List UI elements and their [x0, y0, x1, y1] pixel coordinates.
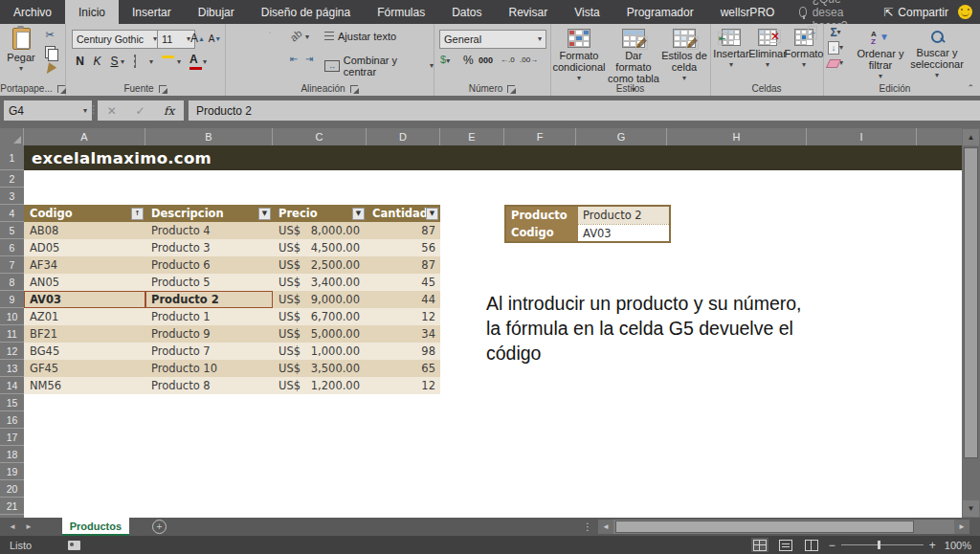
- font-color-button[interactable]: A: [189, 53, 202, 70]
- active-cell-g4[interactable]: Producto 2: [578, 207, 669, 224]
- fill-button[interactable]: ↓▾: [828, 41, 843, 55]
- increase-indent-button[interactable]: ⇥: [305, 54, 313, 64]
- grow-font-button[interactable]: A▲: [190, 31, 205, 46]
- merge-center-button[interactable]: ↔ Combinar y centrar ▾: [324, 55, 434, 78]
- column-header-d[interactable]: D: [367, 128, 440, 145]
- zoom-out-icon[interactable]: −: [829, 540, 835, 551]
- column-header-f[interactable]: F: [504, 128, 576, 145]
- format-cells-button[interactable]: ↔ Formato▾: [786, 29, 822, 69]
- zoom-handle[interactable]: [878, 541, 880, 549]
- bold-button[interactable]: N: [73, 54, 87, 69]
- lookup-label-codigo[interactable]: Codigo: [506, 224, 578, 241]
- horizontal-scrollbar[interactable]: [613, 520, 954, 534]
- confirm-entry-icon[interactable]: ✓: [135, 104, 145, 118]
- scroll-right-icon[interactable]: ►: [954, 520, 969, 534]
- tab-diseno-de-pagina[interactable]: Diseño de página: [248, 0, 364, 24]
- share-button[interactable]: ⇱ Compartir: [883, 6, 948, 19]
- fill-color-dropdown-icon[interactable]: ▾: [177, 58, 181, 66]
- clipboard-dialog-launcher[interactable]: [57, 85, 65, 93]
- tab-datos[interactable]: Datos: [438, 0, 495, 24]
- row-header-20[interactable]: 20: [0, 480, 24, 498]
- lookup-label-producto[interactable]: Producto: [506, 207, 578, 224]
- filter-dropdown-icon[interactable]: ▼: [258, 208, 271, 220]
- sort-filter-button[interactable]: A Z ▼ Ordenar y filtrar▾: [854, 29, 907, 80]
- accounting-format-button[interactable]: $▾: [440, 54, 450, 65]
- zoom-in-icon[interactable]: +: [929, 540, 936, 551]
- wrap-text-button[interactable]: Ajustar texto: [324, 31, 396, 42]
- row-header-3[interactable]: 3: [0, 188, 24, 205]
- column-header-b[interactable]: B: [145, 128, 273, 145]
- normal-view-button[interactable]: [751, 538, 768, 552]
- tab-formulas[interactable]: Fórmulas: [364, 0, 438, 24]
- name-box[interactable]: G4 ▾: [4, 100, 92, 121]
- row-header-17[interactable]: 17: [0, 429, 24, 446]
- borders-button[interactable]: [134, 55, 136, 67]
- zoom-slider[interactable]: − +: [829, 540, 936, 551]
- fill-color-button[interactable]: [162, 55, 174, 58]
- tab-wellsrpro[interactable]: wellsrPRO: [707, 0, 789, 24]
- font-dialog-launcher[interactable]: [159, 85, 167, 93]
- next-sheet-icon[interactable]: ►: [25, 522, 41, 531]
- column-header-partial[interactable]: [917, 128, 962, 145]
- header-codigo[interactable]: Codigo ↑: [24, 205, 145, 222]
- orientation-dropdown-icon[interactable]: ▾: [305, 33, 309, 41]
- tab-programador[interactable]: Programador: [613, 0, 707, 24]
- column-header-a[interactable]: A: [24, 128, 145, 145]
- shrink-font-button[interactable]: A▼: [208, 31, 222, 46]
- italic-button[interactable]: K: [90, 54, 104, 69]
- vertical-scrollbar[interactable]: ▲ ▼: [962, 128, 980, 518]
- percent-style-button[interactable]: %: [463, 54, 474, 67]
- tell-me-search[interactable]: ¿Qué desea hacer?: [788, 0, 883, 24]
- paste-dropdown-icon[interactable]: ▾: [19, 65, 23, 73]
- row-header-10[interactable]: 10: [0, 308, 24, 325]
- autosum-button[interactable]: Σ▾: [828, 26, 843, 39]
- row-header-1[interactable]: 1: [0, 145, 24, 170]
- table-row[interactable]: AD05Producto 3 US$4,500.00 56: [24, 239, 440, 256]
- sheet-tab-productos[interactable]: Productos: [62, 518, 129, 536]
- row-header-11[interactable]: 11: [0, 325, 24, 343]
- tab-insertar[interactable]: Insertar: [119, 0, 185, 24]
- table-row-highlighted[interactable]: AV03Producto 2 US$9,000.00 44: [24, 291, 440, 308]
- tab-dibujar[interactable]: Dibujar: [185, 0, 248, 24]
- cell-g5[interactable]: AV03: [578, 224, 669, 241]
- find-select-button[interactable]: Buscar y seleccionar▾: [909, 29, 965, 79]
- row-header-19[interactable]: 19: [0, 463, 24, 480]
- underline-button[interactable]: S: [107, 54, 122, 69]
- vertical-scroll-thumb[interactable]: [964, 147, 978, 458]
- row-header-21[interactable]: 21: [0, 498, 24, 515]
- insert-cells-button[interactable]: ⇤ Insertar▾: [713, 29, 749, 69]
- prev-sheet-icon[interactable]: ◄: [0, 522, 25, 531]
- font-size-select[interactable]: 11▾: [157, 30, 195, 49]
- cut-icon[interactable]: ✂: [42, 28, 57, 41]
- table-row[interactable]: NM56Producto 8 US$1,200.00 12: [24, 377, 440, 394]
- number-dialog-launcher[interactable]: [507, 85, 515, 93]
- column-header-c[interactable]: C: [273, 128, 367, 145]
- decrease-decimal-button[interactable]: .00→: [520, 55, 538, 64]
- new-sheet-icon[interactable]: +: [152, 520, 167, 534]
- format-painter-icon[interactable]: [42, 62, 57, 76]
- decrease-indent-button[interactable]: ⇤: [290, 54, 298, 64]
- zoom-level[interactable]: 100%: [945, 540, 971, 551]
- header-precio[interactable]: Precio ▼: [273, 205, 367, 222]
- row-header-4[interactable]: 4: [0, 205, 24, 222]
- filter-dropdown-icon[interactable]: ▼: [426, 208, 438, 220]
- title-banner-cell[interactable]: excelalmaximo.com: [24, 145, 962, 170]
- number-format-select[interactable]: General▾: [439, 30, 546, 49]
- header-cantidad[interactable]: Cantidad ▼: [367, 205, 440, 222]
- filter-dropdown-icon[interactable]: ▼: [352, 208, 365, 220]
- row-header-7[interactable]: 7: [0, 256, 24, 274]
- row-header-13[interactable]: 13: [0, 360, 24, 377]
- column-header-g[interactable]: G: [576, 128, 667, 145]
- table-row[interactable]: BF21Producto 9 US$5,000.00 34: [24, 325, 440, 343]
- tab-scroll-splitter[interactable]: ⋮: [583, 521, 598, 532]
- delete-cells-button[interactable]: ✕ Eliminar▾: [749, 29, 786, 69]
- row-header-18[interactable]: 18: [0, 446, 24, 463]
- row-header-9[interactable]: 9: [0, 291, 24, 308]
- collapse-ribbon-icon[interactable]: ⌃: [967, 83, 974, 93]
- comma-style-button[interactable]: 000: [479, 55, 493, 65]
- zoom-track[interactable]: [841, 544, 924, 545]
- tab-revisar[interactable]: Revisar: [496, 0, 562, 24]
- increase-decimal-button[interactable]: ←.0: [501, 55, 515, 64]
- cancel-entry-icon[interactable]: ✕: [107, 104, 117, 118]
- row-header-16[interactable]: 16: [0, 411, 24, 429]
